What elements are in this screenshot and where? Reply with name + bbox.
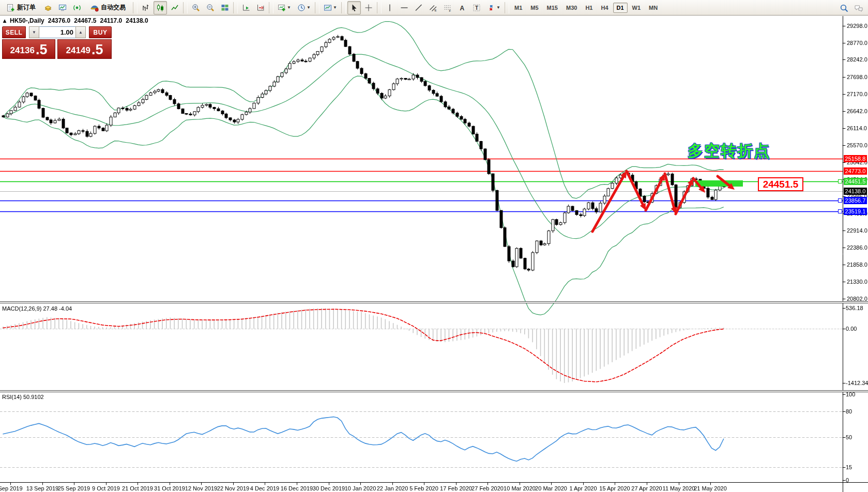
signal-icon[interactable] (70, 1, 84, 14)
toolbar-separator (233, 2, 238, 13)
price-badge: 24773.0 (844, 167, 867, 175)
toolbar-separator (377, 2, 382, 13)
date-axis-label: 21 Oct 2019 (122, 485, 153, 491)
buy-button[interactable]: BUY (89, 26, 112, 38)
date-axis-label: 11 May 2020 (663, 485, 695, 491)
timeframe-w1[interactable]: W1 (629, 3, 645, 13)
date-axis-label: 25 Sep 2019 (58, 485, 90, 491)
volume-decrease-button[interactable]: ▼ (29, 26, 39, 38)
new-order-label: 新订单 (17, 3, 36, 12)
new-order-button[interactable]: 新订单 (2, 1, 40, 14)
macd-pane-splitter[interactable] (0, 301, 868, 303)
mt4-window: 新订单 自动交易 ▼ ▼ ▼ (0, 0, 868, 492)
timeframe-m1[interactable]: M1 (511, 3, 526, 13)
price-axis-label: 27698.0 (847, 74, 867, 80)
chart-window-icon[interactable] (56, 1, 69, 14)
price-badge: 23856.7 (844, 197, 867, 204)
chevron-down-icon: ▼ (307, 5, 311, 10)
price-axis-label: 21330.0 (847, 279, 867, 285)
date-axis-label: 9 Oct 2019 (92, 485, 120, 491)
timeframe-h1[interactable]: H1 (582, 3, 596, 13)
rsi-label: RSI(14) 50.9102 (2, 394, 44, 400)
timeframe-mn[interactable]: MN (645, 3, 661, 13)
date-axis-label: 15 Apr 2020 (599, 485, 630, 491)
price-axis-label: 26642.0 (847, 108, 867, 114)
chart-shift-icon[interactable] (254, 1, 267, 14)
price-axis-label: 29298.0 (847, 23, 867, 29)
volume-increase-button[interactable]: ▲ (75, 26, 86, 38)
one-click-trading-panel: SELL ▼ 1.00 ▲ BUY 24136 .5 24149 .5 (2, 26, 112, 59)
text-icon[interactable]: A (455, 1, 469, 14)
indicators-button[interactable]: ▼ (275, 1, 294, 14)
price-axis-label: 22386.0 (847, 244, 867, 251)
buy-price-button[interactable]: 24149 .5 (57, 39, 112, 59)
arrows-button[interactable]: ▼ (484, 1, 503, 14)
macd-axis-label: -1412.34 (846, 380, 868, 386)
text-label-icon[interactable]: T (470, 1, 483, 14)
rsi-axis-label: 0 (846, 477, 849, 483)
price-badge: 25158.8 (844, 155, 867, 162)
volume-stepper: ▼ 1.00 ▲ (29, 26, 86, 38)
price-axis-label: 28770.0 (847, 40, 867, 46)
timeframe-m5[interactable]: M5 (527, 3, 542, 13)
horizontal-line-icon[interactable] (398, 1, 411, 14)
ohlc-close: 24138.0 (126, 17, 148, 24)
date-axis-label: 22 Jan 2020 (377, 485, 408, 491)
date-axis-label: 16 Dec 2019 (281, 485, 313, 491)
sell-price-dec: .5 (36, 42, 48, 57)
indicators-icon (278, 4, 286, 12)
sell-price-int: 24136 (10, 44, 35, 57)
profile-icon[interactable] (41, 1, 55, 14)
arrows-icon (487, 4, 495, 12)
timeframe-m15[interactable]: M15 (543, 3, 561, 13)
timeframe-m30[interactable]: M30 (562, 3, 581, 13)
symbol-cursor-icon: ▴ (3, 17, 6, 24)
price-axis-label: 25570.0 (847, 142, 867, 148)
auto-trading-icon (90, 4, 99, 12)
timeframe-h4[interactable]: H4 (597, 3, 612, 13)
chart-canvas[interactable] (0, 0, 868, 492)
chevron-down-icon: ▼ (496, 5, 500, 10)
chat-icon[interactable] (852, 2, 865, 15)
toolbar-separator (269, 2, 273, 13)
equidistant-channel-icon[interactable]: E (427, 1, 440, 14)
date-axis-label: 31 Oct 2019 (154, 485, 185, 491)
volume-input[interactable]: 1.00 (39, 26, 75, 38)
templates-button[interactable]: ▼ (321, 1, 340, 14)
date-axis-label: 27 Feb 2020 (471, 485, 504, 491)
line-chart-icon[interactable] (168, 1, 181, 14)
sell-price-button[interactable]: 24136 .5 (2, 39, 55, 59)
auto-scroll-icon[interactable] (239, 1, 253, 14)
trendline-icon[interactable] (412, 1, 425, 14)
level-callout-box: 24451.5 (758, 177, 803, 191)
zoom-in-icon[interactable] (189, 1, 203, 14)
price-axis-label: 28242.0 (847, 56, 867, 63)
new-order-icon (7, 4, 15, 12)
search-icon[interactable] (837, 2, 851, 15)
macd-axis-label: 0.00 (846, 326, 857, 332)
auto-trading-label: 自动交易 (101, 3, 126, 12)
date-axis-label: 10 Mar 2020 (504, 485, 536, 491)
timeframe-d1[interactable]: D1 (613, 3, 628, 13)
rsi-pane-splitter[interactable] (0, 390, 868, 392)
date-axis-label: 20 Mar 2020 (535, 485, 567, 491)
current-price-badge: 24138.0 (844, 188, 867, 195)
price-axis-label: 26114.0 (847, 125, 867, 131)
fibonacci-icon[interactable]: F (441, 1, 454, 14)
vertical-line-icon[interactable] (383, 1, 397, 14)
cursor-icon[interactable] (347, 1, 361, 14)
macd-label: MACD(12,26,9) 27.48 -4.04 (2, 305, 72, 312)
sell-button[interactable]: SELL (2, 26, 26, 38)
buy-price-int: 24149 (66, 44, 90, 57)
bar-chart-icon[interactable] (139, 1, 153, 14)
zoom-out-icon[interactable] (204, 1, 217, 14)
clock-icon (297, 4, 306, 12)
periods-button[interactable]: ▼ (295, 1, 313, 14)
crosshair-icon[interactable] (362, 1, 375, 14)
price-badge: 24451.5 (844, 178, 867, 185)
toolbar: 新订单 自动交易 ▼ ▼ ▼ (0, 0, 868, 16)
svg-text:A: A (460, 4, 465, 11)
candlestick-chart-icon[interactable] (154, 1, 167, 14)
auto-trading-button[interactable]: 自动交易 (85, 1, 131, 14)
tile-windows-icon[interactable] (218, 1, 232, 14)
